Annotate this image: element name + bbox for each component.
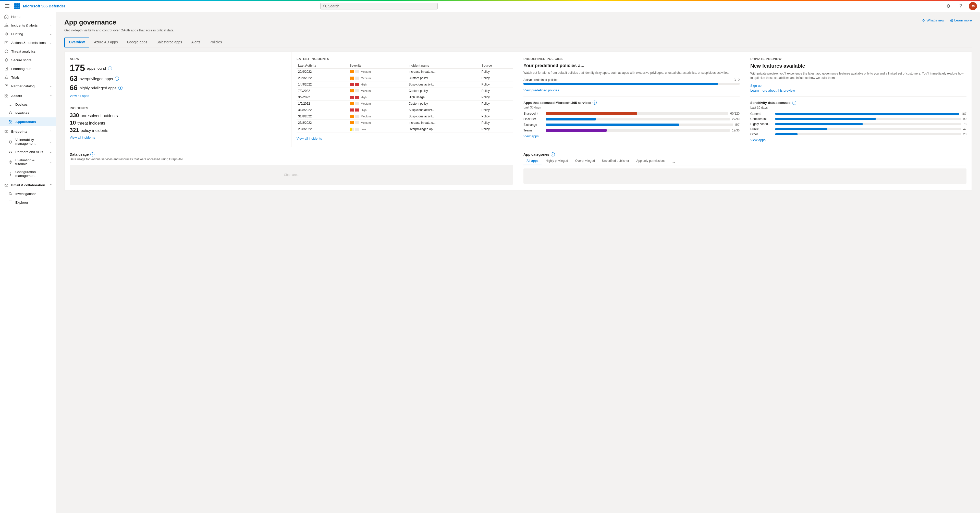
search-input[interactable] [328,4,435,8]
sidebar-item-explorer[interactable]: Explorer [0,198,56,207]
sidebar-item-actions[interactable]: Actions & submissions ⌄ [0,38,56,47]
header-actions: What's new Learn more [922,18,972,22]
sev-bar [350,127,352,131]
sidebar-item-partner[interactable]: Partner catalog ⌄ [0,82,56,90]
sidebar-section-assets[interactable]: Assets ⌃ [0,90,56,100]
table-row[interactable]: 14/9/2022 High Suspicious activit... Pol… [297,81,513,88]
cat-tab-unverified[interactable]: Unverified publisher [599,158,632,165]
incident-severity: High [348,107,407,113]
sidebar-label-hunting: Hunting [11,32,23,36]
alert-icon [4,23,9,27]
table-row[interactable]: 23/8/2022 Low Overprivileged ap... Polic… [297,126,513,132]
sev-bar [350,121,352,124]
table-row[interactable]: 20/9/2022 Medium Custom policy Policy [297,75,513,81]
services-bars: Sharepoint 60/120 OneDrive 27/99 Exchang… [523,112,740,132]
sev-bar [352,121,354,124]
view-all-incidents-link-1[interactable]: View all incidents [70,135,286,139]
service-row: Teams 12/36 [523,129,740,132]
sidebar-label-trials: Trials [11,76,20,80]
sensitivity-info-icon[interactable]: i [792,101,796,105]
tab-azure-ad[interactable]: Azure AD apps [89,38,122,48]
table-row[interactable]: 1/9/2022 Medium Custom policy Policy [297,100,513,107]
sidebar-item-hunting[interactable]: Hunting ⌄ [0,30,56,38]
sidebar-section-email[interactable]: Email & collaboration ⌃ [0,180,56,190]
sidebar-item-eval[interactable]: Evaluation & tutorials ⌄ [0,156,56,168]
sidebar-item-secure[interactable]: Secure score [0,56,56,64]
highly-priv-info-icon[interactable]: i [118,86,123,90]
view-apps-link-2[interactable]: View apps [750,138,966,142]
sidebar-item-learning[interactable]: Learning hub [0,64,56,73]
settings-icon[interactable]: ⚙ [944,2,953,10]
view-all-incidents-link-2[interactable]: View all incidents [297,137,513,140]
overprivileged-info-icon[interactable]: i [115,76,119,81]
view-predefined-link[interactable]: View predefined policies [523,88,740,92]
app-icon [8,119,13,124]
sidebar-section-endpoints[interactable]: Endpoints ⌃ [0,126,56,136]
search-box[interactable] [320,3,438,10]
sidebar-item-vuln[interactable]: Vulnerability management ⌄ [0,136,56,148]
svg-point-32 [9,151,10,153]
tab-salesforce[interactable]: Salesforce apps [152,38,186,48]
table-row[interactable]: 22/9/2022 Medium Increase in data u... P… [297,69,513,75]
sev-bar [352,96,354,99]
incidents-section-label: Incidents [70,106,286,110]
predefined-policies-panel: Predefined policies Your predefined poli… [518,51,745,147]
sev-bar [355,83,357,86]
table-row[interactable]: 31/8/2022 Medium Suspicious activit... P… [297,113,513,120]
signup-link[interactable]: Sign up [750,84,966,88]
sidebar-label-vuln: Vulnerability management [15,138,47,145]
main-content: App governance What's new Learn more Get… [56,12,980,513]
tab-alerts[interactable]: Alerts [186,38,205,48]
sidebar-item-incidents[interactable]: Incidents & alerts ⌄ [0,21,56,30]
avatar[interactable]: RS [969,2,977,10]
tab-overview[interactable]: Overview [64,38,89,48]
sev-bar [350,108,352,112]
table-row[interactable]: 23/8/2022 Medium Increase in data u... P… [297,120,513,126]
service-bar-container [546,118,730,121]
sidebar-item-partners-apis[interactable]: Partners and APIs ⌄ [0,148,56,156]
sev-bar [352,102,354,105]
more-categories-button[interactable]: ... [670,158,677,165]
table-row[interactable]: 31/8/2022 High Suspicious activit... Pol… [297,107,513,113]
svg-rect-40 [9,201,12,204]
sidebar-item-threat[interactable]: Threat analytics [0,47,56,56]
table-row[interactable]: 3/9/2022 High High Usage Policy [297,94,513,100]
svg-rect-2 [5,7,10,8]
whats-new-link[interactable]: What's new [922,18,944,22]
service-count: 27/99 [732,117,740,121]
incident-name: High Usage [407,94,480,100]
app-categories-info-icon[interactable]: i [551,152,555,156]
view-all-apps-link[interactable]: View all apps [70,94,286,98]
svg-rect-28 [9,122,10,123]
table-row[interactable]: 7/9/2022 Medium Custom policy Policy [297,88,513,94]
sidebar-item-identities[interactable]: Identities [0,109,56,117]
hamburger-button[interactable] [3,2,11,10]
cat-tab-all[interactable]: All apps [523,158,542,165]
sidebar-item-devices[interactable]: Devices [0,100,56,109]
tab-google[interactable]: Google apps [123,38,152,48]
apps-found-info-icon[interactable]: i [108,66,112,70]
chevron-icon: ⌃ [50,184,52,186]
sidebar-item-investigations[interactable]: Investigations [0,190,56,198]
learn-more-preview-link[interactable]: Learn more about this preview [750,89,966,92]
ms-services-info-icon[interactable]: i [593,100,597,105]
tab-policies[interactable]: Policies [205,38,226,48]
app-categories-chart [523,169,966,184]
help-icon[interactable]: ? [956,2,965,10]
sensitivity-bar-container [775,128,961,130]
sidebar-item-home[interactable]: Home [0,12,56,21]
page-title: App governance [64,18,116,26]
learn-more-link[interactable]: Learn more [950,18,972,22]
view-apps-link-1[interactable]: View apps [523,134,740,138]
sidebar-item-config[interactable]: Configuration management [0,168,56,180]
ms-services-period: Last 30 days [523,106,740,109]
data-usage-info-icon[interactable]: i [90,152,94,156]
cat-tab-over[interactable]: Overprivileged [572,158,598,165]
config-icon [8,172,13,176]
sidebar-item-applications[interactable]: Applications [0,117,56,126]
service-bar-fill [546,124,679,126]
sensitivity-item-count: 167 [961,112,966,116]
sidebar-item-trials[interactable]: Trials [0,73,56,82]
cat-tab-app_only[interactable]: App only permissions [633,158,668,165]
cat-tab-highly[interactable]: Highly privileged [542,158,571,165]
